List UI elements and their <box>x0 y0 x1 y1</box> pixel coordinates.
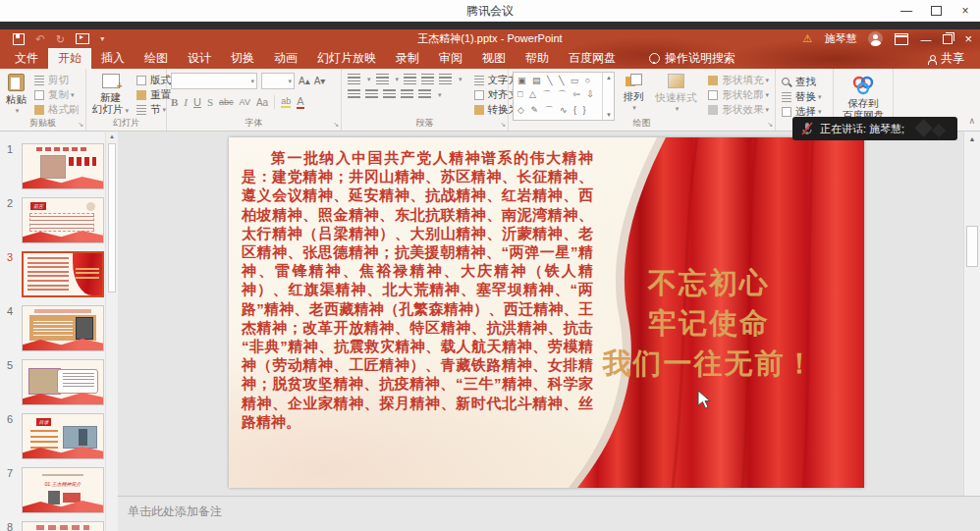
highlight-color-button[interactable]: ab <box>281 96 291 108</box>
meeting-close-icon[interactable]: × <box>951 0 980 22</box>
character-spacing-button[interactable]: AV <box>240 97 250 107</box>
qat-customize-icon[interactable]: ▾ <box>100 34 104 43</box>
shape-effects-button[interactable]: 形状效果▾ <box>704 102 773 117</box>
underline-button[interactable]: U <box>193 96 201 108</box>
tab-insert[interactable]: 插入 <box>91 48 135 69</box>
font-size-combobox[interactable]: ▾ <box>261 73 295 89</box>
redo-icon[interactable]: ↻ <box>56 34 65 44</box>
person-icon <box>928 55 936 63</box>
paste-button[interactable]: 粘贴 ▾ <box>2 72 30 117</box>
justify-icon[interactable] <box>401 89 413 100</box>
shapes-row-3[interactable]: ◇ ✎ ⌒ ∿ { } <box>517 104 600 117</box>
slide-thumbnail-6[interactable]: 6 目录 <box>22 413 104 459</box>
format-painter-button[interactable]: 格式刷 <box>30 102 83 117</box>
save-icon[interactable] <box>13 33 25 45</box>
font-name-combobox[interactable]: ▾ <box>171 73 257 89</box>
cut-button[interactable]: 剪切 <box>30 73 83 87</box>
ppt-restore-icon[interactable] <box>943 34 953 44</box>
meeting-titlebar: 腾讯会议 — × <box>0 0 980 23</box>
paste-icon <box>8 74 25 91</box>
tell-me-search[interactable]: 操作说明搜索 <box>639 48 745 69</box>
replace-button[interactable]: 替换▾ <box>778 89 831 104</box>
text-shadow-button[interactable]: S <box>207 96 213 108</box>
shrink-font-icon[interactable]: A▾ <box>314 76 326 86</box>
tab-slideshow[interactable]: 幻灯片放映 <box>307 48 386 69</box>
columns-icon[interactable] <box>418 89 431 100</box>
tab-animations[interactable]: 动画 <box>264 48 307 69</box>
slide-thumbnail-1[interactable]: 1 <box>22 143 104 189</box>
arrange-button[interactable]: 排列 ▾ <box>619 72 647 117</box>
shape-outline-button[interactable]: 形状轮廓▾ <box>704 87 773 102</box>
drawing-dialog-launcher-icon[interactable]: ↘ <box>767 121 773 129</box>
font-dialog-launcher-icon[interactable]: ↘ <box>333 121 339 129</box>
tab-record[interactable]: 录制 <box>386 48 429 69</box>
slide-thumbnail-2[interactable]: 2 前言 <box>22 197 104 243</box>
paragraph-dialog-launcher-icon[interactable]: ↘ <box>500 121 506 129</box>
slide-thumbnail-7[interactable]: 7 01.王杰精神简介 <box>22 467 104 513</box>
avatar[interactable] <box>868 31 883 46</box>
slide-body-text[interactable]: 第一批纳入中国共产党人精神谱系的伟大精神是：建党精神；井冈山精神、苏区精神、长征… <box>242 148 593 431</box>
tab-file[interactable]: 文件 <box>5 48 48 69</box>
undo-icon[interactable]: ↶ <box>35 34 45 44</box>
clipboard-dialog-launcher-icon[interactable]: ↘ <box>78 121 83 129</box>
line-spacing-icon[interactable] <box>439 74 452 84</box>
meeting-maximize-icon[interactable] <box>921 0 951 22</box>
align-left-icon[interactable] <box>348 89 360 100</box>
decrease-indent-icon[interactable] <box>404 74 416 84</box>
align-center-icon[interactable] <box>365 89 378 100</box>
meeting-minimize-icon[interactable]: — <box>892 0 921 22</box>
speaking-indicator: 正在讲话: 施琴慧; <box>792 117 957 140</box>
thumbnail-scroll-thumb[interactable] <box>108 143 116 292</box>
ribbon-display-options-icon[interactable] <box>895 33 908 45</box>
shapes-gallery-scrollbar[interactable]: ▲▼ <box>602 73 614 120</box>
tab-home[interactable]: 开始 <box>48 48 91 69</box>
strikethrough-button[interactable]: abc <box>219 97 234 107</box>
curtain-slogan[interactable]: 不忘初心 牢记使命 我们一往无前！ <box>562 263 856 384</box>
bold-button[interactable]: B <box>171 96 178 108</box>
editing-scroll-up-icon[interactable]: ▲ <box>964 135 980 142</box>
tab-transitions[interactable]: 切换 <box>221 48 264 69</box>
tab-view[interactable]: 视图 <box>472 48 516 69</box>
shapes-gallery[interactable]: ▣ ▤ ╲ ╲ ▭ ○ □ △ ⌒ ⌒ ⇦ ⇩ ◇ ✎ ⌒ ∿ { } ▲▼ <box>513 72 615 121</box>
speaking-text: 正在讲话: 施琴慧; <box>820 122 904 136</box>
quick-styles-button[interactable]: 快速样式 ▾ <box>651 72 700 117</box>
share-button[interactable]: 共享 <box>928 48 980 69</box>
slide-canvas[interactable]: 第一批纳入中国共产党人精神谱系的伟大精神是：建党精神；井冈山精神、苏区精神、长征… <box>229 137 864 488</box>
slide-thumbnail-4[interactable]: 4 <box>22 305 104 351</box>
meeting-window-controls: — × <box>892 0 980 22</box>
increase-indent-icon[interactable] <box>421 74 434 84</box>
slide-thumbnail-8[interactable]: 8 <box>22 521 104 531</box>
thumbnail-scrollbar[interactable]: ▲ <box>105 132 118 531</box>
slide-thumbnail-5[interactable]: 5 <box>22 359 104 405</box>
bullets-icon[interactable] <box>348 74 360 84</box>
shapes-row-1[interactable]: ▣ ▤ ╲ ╲ ▭ ○ <box>517 76 600 85</box>
tab-help[interactable]: 帮助 <box>516 48 559 69</box>
new-slide-button[interactable]: 新建 幻灯片▾ <box>88 72 133 117</box>
tab-review[interactable]: 审阅 <box>429 48 472 69</box>
ppt-minimize-icon[interactable]: — <box>920 33 931 45</box>
editing-scrollbar[interactable]: ▲ <box>963 132 980 496</box>
italic-button[interactable]: I <box>184 96 188 108</box>
editing-scroll-thumb[interactable] <box>966 226 978 267</box>
font-color-button[interactable]: A <box>297 95 303 109</box>
collapse-ribbon-icon[interactable]: ∧ <box>968 116 975 126</box>
ppt-close-icon[interactable]: × <box>964 31 972 46</box>
tab-design[interactable]: 设计 <box>178 48 221 69</box>
slide-thumbnail-3-selected[interactable]: 3 <box>22 251 104 297</box>
shapes-row-2[interactable]: □ △ ⌒ ⌒ ⇦ ⇩ <box>517 88 600 101</box>
change-case-button[interactable]: Aa <box>256 97 268 108</box>
thumbnail-scroll-up-icon[interactable]: ▲ <box>106 133 118 139</box>
warning-icon[interactable]: ⚠ <box>803 32 813 45</box>
notes-pane[interactable]: 单击此处添加备注 <box>118 496 980 531</box>
tab-baidu-netdisk[interactable]: 百度网盘 <box>559 48 626 69</box>
copy-button[interactable]: 复制▾ <box>30 87 83 102</box>
slideshow-icon[interactable] <box>76 33 89 44</box>
numbering-icon[interactable] <box>376 74 389 84</box>
shape-fill-button[interactable]: 形状填充▾ <box>704 73 773 87</box>
tab-draw[interactable]: 绘图 <box>135 48 178 69</box>
find-button[interactable]: 查找 <box>778 75 831 89</box>
grow-font-icon[interactable]: A▴ <box>299 76 310 86</box>
account-name[interactable]: 施琴慧 <box>824 31 856 46</box>
align-right-icon[interactable] <box>383 89 396 100</box>
save-to-baidu-button[interactable]: 保存到 百度网盘 <box>836 74 891 121</box>
